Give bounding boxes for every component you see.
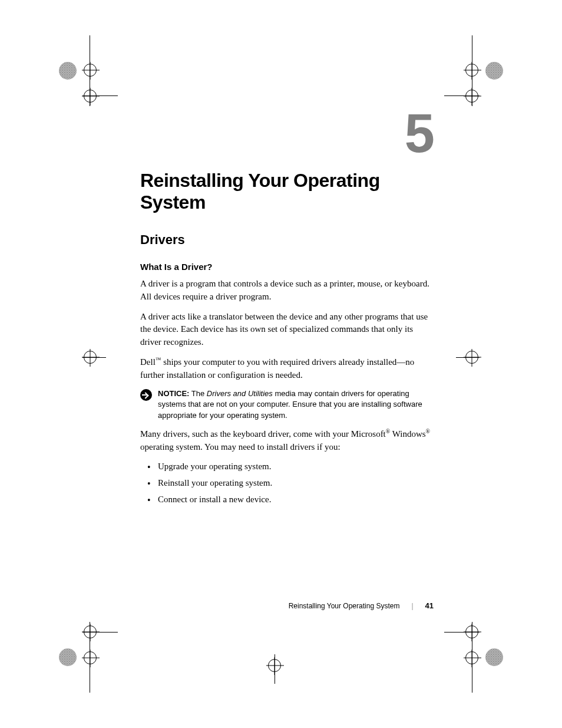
paragraph: Dell™ ships your computer to you with re…	[140, 356, 435, 382]
page-number: 41	[425, 601, 434, 610]
notice-text: NOTICE: The Drivers and Utilities media …	[158, 388, 435, 421]
notice-italic: Drivers and Utilities	[207, 389, 273, 398]
text-fragment: The	[189, 389, 206, 398]
paragraph: Many drivers, such as the keyboard drive…	[140, 428, 435, 454]
paragraph: A driver is a program that controls a de…	[140, 278, 435, 304]
bullet-list: Upgrade your operating system. Reinstall…	[140, 460, 435, 506]
trademark-symbol: ™	[156, 356, 161, 363]
list-item: Reinstall your operating system.	[158, 477, 435, 490]
text-fragment: Many drivers, such as the keyboard drive…	[140, 429, 386, 439]
list-item: Connect or install a new device.	[158, 493, 435, 506]
text-fragment: operating system. You may need to instal…	[140, 442, 340, 452]
text-fragment: Windows	[390, 429, 425, 439]
text-fragment: ships your computer to you with required…	[140, 357, 414, 380]
list-item: Upgrade your operating system.	[158, 460, 435, 473]
chapter-number: 5	[405, 106, 435, 160]
registered-symbol: ®	[426, 428, 430, 434]
footer-separator: |	[411, 602, 413, 610]
notice-arrow-icon	[140, 389, 152, 401]
notice-block: NOTICE: The Drivers and Utilities media …	[140, 388, 435, 421]
paragraph: A driver acts like a translator between …	[140, 311, 435, 349]
subsection-heading: What Is a Driver?	[140, 262, 435, 272]
page-content: 5 Reinstalling Your Operating System Dri…	[140, 106, 435, 510]
page-footer: Reinstalling Your Operating System | 41	[289, 601, 434, 610]
text-fragment: Dell	[140, 357, 156, 367]
chapter-title: Reinstalling Your Operating System	[140, 170, 435, 213]
section-heading-drivers: Drivers	[140, 232, 435, 248]
footer-title: Reinstalling Your Operating System	[289, 602, 400, 610]
notice-label: NOTICE:	[158, 389, 189, 398]
